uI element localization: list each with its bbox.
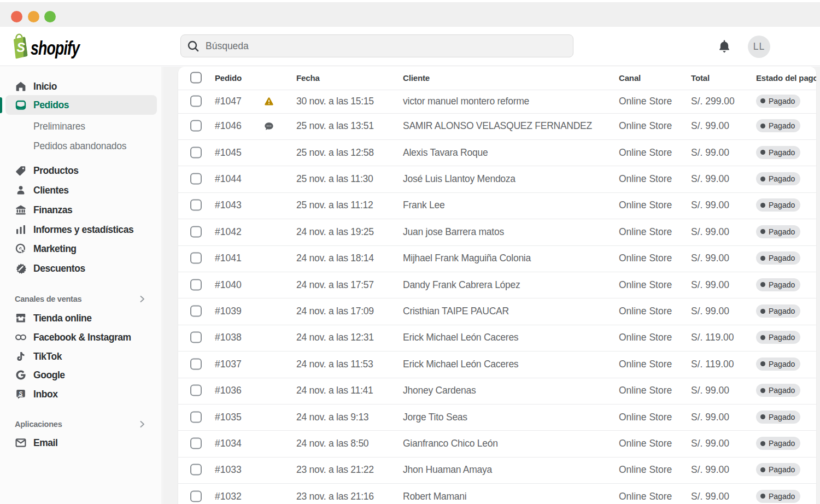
svg-text:shopify: shopify [31, 37, 80, 58]
svg-text:S: S [19, 390, 22, 397]
svg-text:S: S [17, 40, 26, 55]
